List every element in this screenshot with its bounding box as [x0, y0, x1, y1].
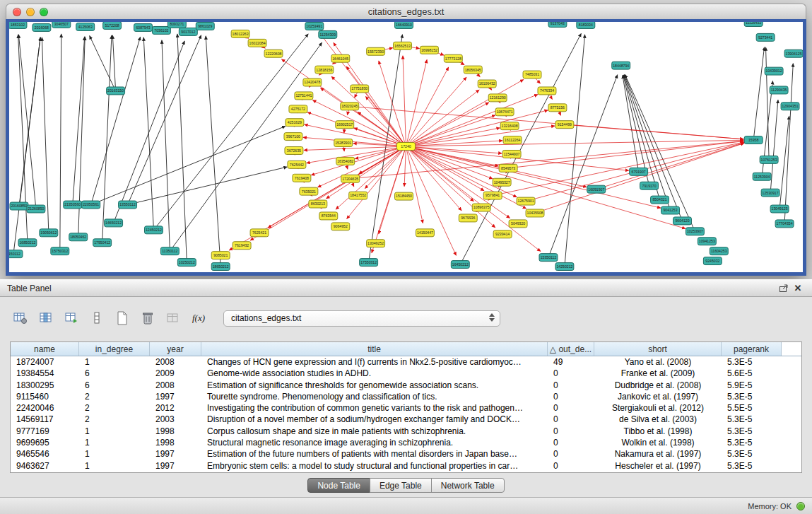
select-columns-button[interactable] — [35, 308, 57, 328]
graph-node[interactable]: 9041253 — [661, 206, 680, 214]
graph-node[interactable]: 21260850 — [27, 205, 45, 213]
tab-network-table[interactable]: Network Table — [431, 478, 505, 493]
graph-node[interactable]: 10435908 — [526, 209, 544, 217]
tab-node-table[interactable]: Node Table — [307, 478, 370, 493]
column-header-name[interactable]: name — [11, 342, 79, 356]
graph-node[interactable]: 3967100 — [284, 133, 302, 141]
graph-node[interactable]: 1853102 — [9, 22, 27, 28]
new-document-button[interactable] — [112, 308, 133, 328]
close-window-icon[interactable] — [13, 8, 21, 16]
graph-node[interactable]: 12818156 — [315, 66, 334, 74]
graph-node[interactable]: 7625421 — [250, 229, 269, 237]
graph-node[interactable]: 3672635 — [285, 147, 303, 155]
graph-node[interactable]: 18320245 — [341, 103, 359, 110]
graph-node[interactable]: 12450212 — [144, 226, 163, 234]
graph-node[interactable]: 10674471 — [495, 108, 514, 116]
table-source-select[interactable]: citations_edges.txt — [223, 310, 500, 327]
graph-node[interactable]: 12675901 — [517, 197, 535, 205]
graph-node[interactable]: 12530917 — [761, 189, 779, 197]
graph-node[interactable]: 15572390 — [367, 47, 385, 55]
graph-node[interactable]: 9137043 — [548, 22, 567, 27]
graph-node[interactable]: 8630213 — [309, 200, 327, 208]
graph-node[interactable]: 13550112 — [119, 201, 137, 209]
graph-node[interactable]: 8504321 — [651, 196, 669, 204]
graph-node[interactable]: 8183034 — [577, 22, 595, 28]
graph-node[interactable]: 7625442 — [288, 160, 306, 168]
graph-node[interactable]: 7635021 — [300, 187, 318, 195]
graph-node[interactable]: 18650212 — [211, 263, 230, 271]
graph-node[interactable]: 16450212 — [451, 261, 469, 269]
table-settings-button[interactable] — [10, 308, 31, 328]
graph-node[interactable]: 13216408 — [500, 122, 519, 130]
graph-node[interactable]: 16106432 — [478, 80, 496, 88]
graph-node[interactable]: 5049320 — [509, 220, 527, 228]
graph-node[interactable]: 9604120 — [673, 217, 691, 225]
column-header-short[interactable]: short — [594, 342, 722, 356]
column-header-pagerank[interactable]: pagerank — [722, 342, 782, 356]
graph-node[interactable]: 8549573 — [499, 164, 517, 172]
graph-node[interactable]: 10896375 — [472, 204, 490, 211]
graph-node[interactable]: 22050561 — [82, 201, 100, 209]
graph-node[interactable]: 18050462 — [69, 233, 88, 241]
graph-node[interactable]: 16998152 — [420, 46, 438, 54]
graph-node[interactable]: 7919170 — [640, 182, 659, 189]
graph-node[interactable]: 12904351 — [781, 103, 799, 110]
import-disabled-button[interactable] — [163, 308, 184, 328]
graph-node[interactable]: 13904125 — [784, 49, 803, 57]
graph-node[interactable]: 9679936 — [459, 214, 477, 222]
graph-node[interactable]: 11254309 — [319, 30, 337, 38]
table-row[interactable]: 977716911998Corpus callosum shape and si… — [11, 426, 801, 437]
tab-edge-table[interactable]: Edge Table — [370, 478, 432, 493]
graph-node[interactable]: 15750312 — [51, 247, 69, 255]
graph-node[interactable]: 10761253 — [760, 156, 778, 163]
graph-node[interactable]: 13049252 — [367, 240, 385, 247]
graph-node[interactable]: 15350112 — [539, 254, 558, 262]
graph-node[interactable]: 7619408 — [293, 174, 311, 182]
graph-node[interactable]: 6087543 — [134, 23, 153, 31]
graph-node[interactable]: 9017012 — [179, 28, 197, 35]
network-graph[interactable]: 1724016461045128181561242047812751441427… — [9, 22, 803, 272]
graph-node[interactable]: 17751830 — [351, 85, 369, 93]
graph-node[interactable]: 18056345 — [464, 66, 482, 74]
graph-node[interactable]: 10253491 — [305, 22, 324, 30]
graph-node[interactable]: 14250212 — [555, 263, 574, 271]
graph-node[interactable]: 9154499 — [555, 121, 574, 129]
table-row[interactable]: 1872400712008Changes of HCN gene express… — [11, 356, 801, 368]
zoom-window-icon[interactable] — [40, 8, 48, 16]
delete-button[interactable] — [137, 308, 158, 328]
graph-node[interactable]: 5172208 — [103, 22, 122, 29]
graph-node[interactable]: 9579841 — [483, 192, 502, 199]
graph-node[interactable]: 17550312 — [360, 259, 378, 267]
graph-node[interactable]: 12161290 — [488, 94, 507, 102]
column-header-title[interactable]: title — [201, 342, 548, 356]
graph-node[interactable]: 15958 — [744, 136, 763, 144]
graph-node[interactable]: 16461045 — [331, 54, 350, 62]
float-panel-icon[interactable] — [777, 282, 791, 295]
graph-node[interactable]: 4125063 — [76, 23, 95, 30]
graph-node[interactable]: 18448794 — [612, 62, 630, 69]
graph-node[interactable]: 17773128 — [444, 54, 462, 62]
row-tools-button[interactable] — [86, 308, 107, 328]
graph-node[interactable]: 11544907 — [502, 150, 521, 158]
import-table-button[interactable] — [61, 308, 82, 328]
graph-node[interactable]: 8763544 — [319, 212, 338, 220]
graph-node[interactable]: 4251629 — [286, 119, 304, 127]
graph-node[interactable]: 16354082 — [336, 157, 355, 165]
table-row[interactable]: 1456911722003Disruption of a novel membe… — [11, 414, 801, 425]
graph-node[interactable]: 9150112 — [9, 250, 23, 258]
column-header-year[interactable]: year — [150, 342, 201, 356]
graph-node[interactable]: 17240 — [397, 143, 416, 151]
table-row[interactable]: 2242004622012Investigating the contribut… — [11, 402, 801, 414]
network-canvas[interactable]: 1724016461045128181561242047812751441427… — [6, 19, 806, 276]
graph-node[interactable]: 9085021 — [211, 252, 230, 259]
close-panel-icon[interactable]: ✕ — [791, 282, 805, 295]
graph-node[interactable]: 18417552 — [349, 192, 367, 199]
graph-node[interactable]: 12420478 — [303, 78, 322, 86]
graph-node[interactable]: 10439012 — [765, 67, 783, 75]
graph-node[interactable]: 7485031 — [523, 71, 541, 78]
graph-node[interactable]: 9239414 — [493, 230, 512, 238]
graph-node[interactable]: 17704354 — [775, 220, 794, 228]
graph-node[interactable]: 7619432 — [233, 242, 251, 250]
graph-node[interactable]: 9273441 — [756, 33, 775, 41]
column-header-out-de-[interactable]: △ out_de... — [548, 342, 594, 356]
